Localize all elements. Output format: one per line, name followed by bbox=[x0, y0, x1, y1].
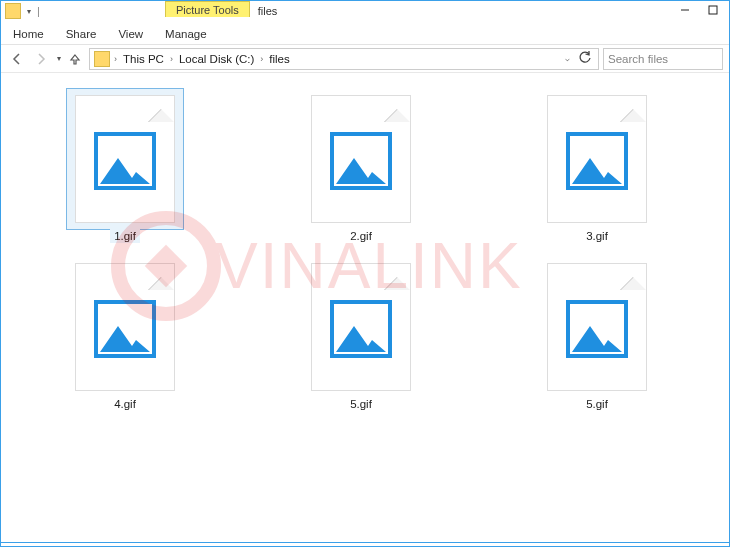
address-bar-row: ▾ › This PC › Local Disk (C:) › files ⌵ … bbox=[1, 45, 729, 73]
file-thumbnail bbox=[539, 257, 655, 397]
nav-history-dropdown-icon[interactable]: ▾ bbox=[57, 54, 61, 63]
svg-marker-4 bbox=[572, 158, 622, 184]
file-item[interactable]: 2.gif bbox=[243, 83, 479, 251]
titlebar: ▾ | Picture Tools files bbox=[1, 1, 729, 23]
file-name-label: 5.gif bbox=[582, 397, 612, 411]
page-fold-icon bbox=[148, 96, 174, 122]
file-item[interactable]: 3.gif bbox=[479, 83, 715, 251]
nav-forward-button[interactable] bbox=[31, 49, 51, 69]
svg-marker-6 bbox=[336, 326, 386, 352]
file-grid: 1.gif2.gif3.gif4.gif5.gif5.gif bbox=[7, 83, 723, 419]
ribbon-tab-share[interactable]: Share bbox=[64, 26, 99, 42]
chevron-right-icon[interactable]: › bbox=[258, 54, 265, 64]
file-name-label: 1.gif bbox=[110, 229, 140, 243]
file-pane[interactable]: 1.gif2.gif3.gif4.gif5.gif5.gif bbox=[1, 73, 729, 542]
file-item[interactable]: 1.gif bbox=[7, 83, 243, 251]
page-fold-icon bbox=[148, 264, 174, 290]
address-bar[interactable]: › This PC › Local Disk (C:) › files ⌵ bbox=[89, 48, 599, 70]
search-input[interactable]: Search files bbox=[603, 48, 723, 70]
file-name-label: 5.gif bbox=[346, 397, 376, 411]
window-title: files bbox=[258, 2, 278, 17]
ribbon-tabs: Home Share View Manage bbox=[1, 23, 729, 45]
search-placeholder: Search files bbox=[608, 53, 668, 65]
file-thumbnail bbox=[67, 257, 183, 397]
document-page-icon bbox=[547, 263, 647, 391]
page-fold-icon bbox=[384, 264, 410, 290]
file-item[interactable]: 4.gif bbox=[7, 251, 243, 419]
svg-marker-7 bbox=[572, 326, 622, 352]
breadcrumb-files[interactable]: files bbox=[265, 53, 293, 65]
page-fold-icon bbox=[620, 96, 646, 122]
picture-icon bbox=[566, 132, 628, 190]
svg-rect-1 bbox=[709, 6, 717, 14]
address-folder-icon bbox=[94, 51, 110, 67]
picture-icon bbox=[94, 300, 156, 358]
document-page-icon bbox=[547, 95, 647, 223]
breadcrumb-local-disk[interactable]: Local Disk (C:) bbox=[175, 53, 258, 65]
picture-icon bbox=[330, 132, 392, 190]
qat-sep: | bbox=[37, 5, 40, 17]
chevron-right-icon[interactable]: › bbox=[112, 54, 119, 64]
file-name-label: 2.gif bbox=[346, 229, 376, 243]
file-thumbnail bbox=[539, 89, 655, 229]
status-bar bbox=[1, 542, 729, 546]
picture-icon bbox=[330, 300, 392, 358]
folder-qat-icon bbox=[5, 3, 21, 19]
svg-marker-5 bbox=[100, 326, 150, 352]
nav-back-button[interactable] bbox=[7, 49, 27, 69]
ribbon-tab-home[interactable]: Home bbox=[11, 26, 46, 42]
address-dropdown-icon[interactable]: ⌵ bbox=[561, 54, 574, 63]
ribbon-tab-view[interactable]: View bbox=[116, 26, 145, 42]
maximize-button[interactable] bbox=[699, 1, 727, 19]
document-page-icon bbox=[311, 95, 411, 223]
chevron-right-icon[interactable]: › bbox=[168, 54, 175, 64]
file-name-label: 4.gif bbox=[110, 397, 140, 411]
page-fold-icon bbox=[384, 96, 410, 122]
svg-marker-2 bbox=[100, 158, 150, 184]
document-page-icon bbox=[311, 263, 411, 391]
file-name-label: 3.gif bbox=[582, 229, 612, 243]
document-page-icon bbox=[75, 95, 175, 223]
breadcrumb-this-pc[interactable]: This PC bbox=[119, 53, 168, 65]
file-thumbnail bbox=[303, 89, 419, 229]
qat-dropdown-icon[interactable]: ▾ bbox=[27, 7, 31, 16]
ribbon-tab-manage[interactable]: Manage bbox=[163, 26, 209, 42]
picture-icon bbox=[566, 300, 628, 358]
svg-marker-3 bbox=[336, 158, 386, 184]
context-tab-picture-tools[interactable]: Picture Tools bbox=[165, 1, 250, 17]
document-page-icon bbox=[75, 263, 175, 391]
picture-icon bbox=[94, 132, 156, 190]
page-fold-icon bbox=[620, 264, 646, 290]
file-item[interactable]: 5.gif bbox=[243, 251, 479, 419]
refresh-button[interactable] bbox=[576, 50, 594, 67]
file-item[interactable]: 5.gif bbox=[479, 251, 715, 419]
file-thumbnail bbox=[67, 89, 183, 229]
nav-up-button[interactable] bbox=[65, 49, 85, 69]
file-thumbnail bbox=[303, 257, 419, 397]
minimize-button[interactable] bbox=[671, 1, 699, 19]
